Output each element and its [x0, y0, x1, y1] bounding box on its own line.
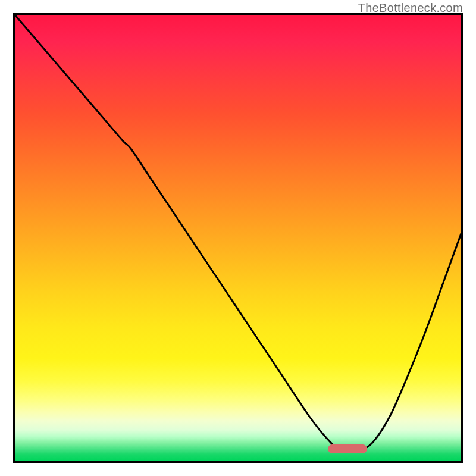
curve-layer: [15, 15, 461, 461]
bottleneck-curve-line: [15, 15, 461, 451]
plot-area: [13, 13, 463, 463]
optimal-range-marker: [328, 444, 367, 453]
bottleneck-chart: TheBottleneck.com: [0, 0, 476, 476]
